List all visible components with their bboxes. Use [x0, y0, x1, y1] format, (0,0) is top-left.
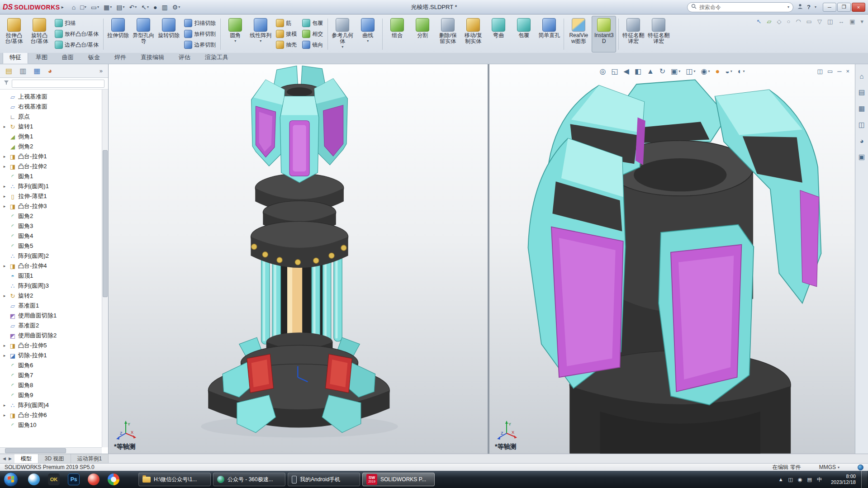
- rotate-view-button[interactable]: ↻: [659, 67, 665, 76]
- tab-surfaces[interactable]: 曲面: [55, 52, 81, 64]
- close-pane-icon[interactable]: ×: [846, 68, 849, 75]
- tree-item[interactable]: ◜圆角10: [2, 420, 102, 430]
- tree-item[interactable]: ◜圆角2: [2, 211, 102, 221]
- search-input[interactable]: [699, 4, 784, 10]
- section-view-button[interactable]: ◧: [635, 67, 641, 76]
- combine-button[interactable]: 组合: [385, 16, 409, 52]
- tree-item[interactable]: ▸∴阵列(圆周)1: [2, 181, 102, 191]
- circle-tool-icon[interactable]: ○: [787, 18, 790, 25]
- expand-arrow-icon[interactable]: ▸: [2, 264, 7, 268]
- tree-item[interactable]: ▸↻旋转2: [2, 291, 102, 301]
- solidworks-window-button[interactable]: SW2019SOLIDWORKS P...: [362, 473, 435, 486]
- viewport-right[interactable]: ◎◱◀◧▲↻▣▾◫▾◉▾●◒▾◐▾ ◫▭─× Y X Z *等轴测: [489, 64, 855, 454]
- tower-base[interactable]: [208, 332, 389, 432]
- zoom-fit-button[interactable]: ◎: [599, 67, 606, 76]
- help-dropdown-icon[interactable]: ▾: [815, 5, 816, 9]
- select-tool-icon[interactable]: ↖: [756, 18, 761, 25]
- hide-show-items-button[interactable]: ◉▾: [701, 67, 710, 76]
- tree-item[interactable]: ◢倒角1: [2, 132, 102, 142]
- revolved-cut-button[interactable]: 旋转切除: [157, 16, 181, 52]
- web-help-globe-icon[interactable]: [858, 464, 863, 470]
- draft-button[interactable]: 拔模: [274, 29, 299, 39]
- sketch-tool-icon[interactable]: ▱: [767, 18, 771, 25]
- tree-item[interactable]: ◢倒角2: [2, 142, 102, 152]
- tab-features[interactable]: 特征: [3, 52, 28, 64]
- full-screen-icon[interactable]: ▭: [827, 68, 833, 75]
- tree-item[interactable]: ◓圆顶1: [2, 271, 102, 281]
- flex-button[interactable]: 弯曲: [486, 16, 511, 52]
- tab-scroll-right-icon[interactable]: ▶: [9, 456, 12, 461]
- feature-macro2-button[interactable]: 特征名翻译宏: [646, 16, 671, 52]
- revolved-boss-button[interactable]: 旋转凸台/基体: [27, 16, 52, 52]
- delete-keep-body-button[interactable]: 删除/保留实体: [436, 16, 460, 52]
- linear-pattern-button[interactable]: 线性阵列▾: [248, 16, 273, 52]
- tree-vertical-scrollbar[interactable]: [102, 90, 108, 447]
- tree-item[interactable]: ▸◨凸台-拉伸6: [2, 410, 102, 420]
- chrome-like-button[interactable]: [107, 473, 120, 486]
- home-button[interactable]: ⌂: [70, 3, 77, 12]
- expand-arrow-icon[interactable]: ▸: [2, 353, 7, 358]
- arc-tool-icon[interactable]: ◠: [796, 18, 801, 25]
- tab-weldments[interactable]: 焊件: [108, 52, 133, 64]
- rectangle-tool-icon[interactable]: ▭: [806, 18, 812, 25]
- tree-item[interactable]: ◜圆角9: [2, 390, 102, 400]
- appearances-icon[interactable]: ◕: [859, 137, 863, 145]
- edit-appearance-button[interactable]: ●: [716, 67, 720, 76]
- expand-arrow-icon[interactable]: ▸: [2, 164, 7, 169]
- help-icon[interactable]: ?: [807, 4, 811, 10]
- tray-ime-icon[interactable]: 中: [817, 476, 822, 483]
- intersect-button[interactable]: 相交: [300, 29, 325, 39]
- expand-arrow-icon[interactable]: ▸: [2, 403, 7, 407]
- command-search[interactable]: ▾: [687, 2, 793, 12]
- resources-icon[interactable]: ⌂: [859, 72, 863, 80]
- instant3d-button[interactable]: Instant3D: [592, 16, 616, 52]
- tree-item[interactable]: ◜圆角1: [2, 171, 102, 181]
- tree-filter-input[interactable]: [12, 80, 104, 88]
- move-copy-body-button[interactable]: 移动/复制实体: [461, 16, 485, 52]
- hole-wizard-button[interactable]: 异型孔向导: [131, 16, 156, 52]
- file-explorer-icon[interactable]: ▦: [859, 104, 865, 113]
- crown-fin-front-right[interactable]: [659, 225, 754, 405]
- tree-item[interactable]: ▸↻旋转1: [2, 122, 102, 132]
- tree-item[interactable]: ▸◨凸台-拉伸3: [2, 201, 102, 211]
- unit-system-selector[interactable]: MMGS ▾: [819, 464, 840, 470]
- tree-item[interactable]: ▸◨凸台-拉伸4: [2, 261, 102, 271]
- crown-fin-left[interactable]: [528, 138, 626, 389]
- file-properties-button[interactable]: ▥: [160, 3, 169, 12]
- tree-item[interactable]: ▱基准面1: [2, 301, 102, 311]
- menu-expand-arrow-icon[interactable]: ▸: [62, 5, 64, 9]
- split-view-icon[interactable]: ◫: [817, 68, 823, 75]
- extruded-boss-button[interactable]: 拉伸凸台/基体: [2, 16, 26, 52]
- previous-view-button[interactable]: ◀: [624, 67, 629, 76]
- scrollbar-thumb[interactable]: [103, 150, 108, 297]
- tree-item[interactable]: ◜圆角4: [2, 231, 102, 241]
- expand-arrow-icon[interactable]: ▸: [2, 194, 7, 199]
- simple-hole-button[interactable]: 简单直孔: [537, 16, 561, 52]
- expand-arrow-icon[interactable]: ▸: [2, 413, 7, 417]
- show-desktop-button[interactable]: [861, 471, 867, 488]
- curves-button[interactable]: 曲线▾: [356, 16, 380, 52]
- tree-item[interactable]: ◜圆角8: [2, 380, 102, 390]
- swept-boss-button[interactable]: 扫描: [52, 18, 101, 28]
- options-button[interactable]: ⚙▾: [171, 3, 182, 12]
- rib-button[interactable]: 筋: [274, 18, 299, 28]
- tab-sketch[interactable]: 草图: [29, 52, 54, 64]
- tree-item[interactable]: ▸◪切除-拉伸1: [2, 351, 102, 360]
- rebuild-button[interactable]: ●: [152, 3, 159, 12]
- browser-window-button[interactable]: 公众号 - 360极速...: [213, 473, 285, 486]
- grid-tool-icon[interactable]: ▣: [849, 18, 855, 25]
- new-document-button[interactable]: □▾: [78, 3, 88, 12]
- dimension-tool-icon[interactable]: ◇: [777, 18, 781, 25]
- tree-item[interactable]: ▸◨凸台-拉伸1: [2, 152, 102, 161]
- tab-3d-views[interactable]: 3D 视图: [38, 454, 71, 463]
- tower-crown[interactable]: [251, 66, 348, 183]
- tree-item[interactable]: ▱右视基准面: [2, 102, 102, 112]
- tree-item[interactable]: ◩使用曲面切除1: [2, 311, 102, 321]
- user-account-icon[interactable]: [797, 3, 803, 11]
- realview-button[interactable]: RealView图形: [566, 16, 591, 52]
- view-orientation-button[interactable]: ▣▾: [671, 67, 680, 76]
- tab-render-tools[interactable]: 渲染工具: [198, 52, 235, 64]
- explorer-window-button[interactable]: H:\微信公众号\1...: [138, 473, 211, 486]
- design-library-icon[interactable]: ▤: [859, 88, 865, 96]
- expand-arrow-icon[interactable]: ▸: [2, 184, 7, 189]
